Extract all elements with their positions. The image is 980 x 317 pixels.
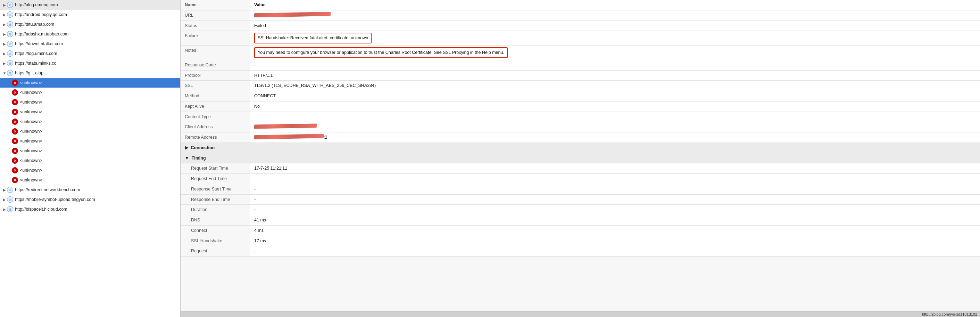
tree-item-label: http://adashx.m.taobao.com	[15, 32, 178, 37]
row-value: SSLHandshake: Received fatal alert: cert…	[250, 31, 980, 46]
tree-item[interactable]: ▼⊕https://g....alap...	[0, 68, 180, 78]
tree-item[interactable]: ✕<unknown>	[0, 117, 180, 126]
tree-item-label: <unknown>	[20, 119, 178, 124]
row-name: URL	[181, 10, 250, 21]
tree-item[interactable]: ✕<unknown>	[0, 78, 180, 88]
table-row: URL	[181, 10, 980, 21]
table-row: Request-	[181, 246, 980, 256]
tree-toggle[interactable]: ▶	[2, 208, 7, 211]
row-name: SSL Handshake	[181, 236, 250, 246]
tree-toggle[interactable]: ▶	[2, 198, 7, 202]
section-title: Timing	[192, 156, 206, 160]
row-value: CONNECT	[250, 91, 980, 101]
section-header[interactable]: ▶ Connection	[181, 142, 980, 153]
tree-item[interactable]: ✕<unknown>	[0, 88, 180, 97]
tree-toggle[interactable]: ▶	[2, 32, 7, 36]
remote-address-value: :2	[254, 135, 327, 140]
section-header-expanded[interactable]: ▼ Timing	[181, 153, 980, 163]
row-value: You may need to configure your browser o…	[250, 46, 980, 60]
tree-item[interactable]: ▶⊕http://ditu.amap.com	[0, 19, 180, 29]
tree-item-label: http://android.bugly.qq.com	[15, 12, 178, 17]
table-row: MethodCONNECT	[181, 91, 980, 101]
tree-toggle[interactable]: ▶	[2, 61, 7, 66]
tree-item[interactable]: ✕<unknown>	[0, 136, 180, 146]
table-row: Connect4 ms	[181, 225, 980, 236]
tree-item[interactable]: ▶⊕http://android.bugly.qq.com	[0, 10, 180, 19]
detail-tbody: URLStatusFailedFailureSSLHandshake: Rece…	[181, 10, 980, 256]
tree-item[interactable]: ▶⊕https://mobile-symbol-upload.tingyun.c…	[0, 195, 180, 204]
redacted-value	[254, 12, 331, 18]
table-row: Request End Time-	[181, 174, 980, 184]
col-header-name: Name	[181, 0, 250, 10]
section-title: Connection	[191, 145, 215, 150]
row-value: 17 ms	[250, 236, 980, 246]
tree-item[interactable]: ▶⊕http://alog.umeng.com	[0, 0, 180, 10]
tree-item[interactable]: ✕<unknown>	[0, 175, 180, 185]
error-icon: ✕	[12, 157, 18, 164]
tree-item[interactable]: ▶⊕http://adashx.m.taobao.com	[0, 29, 180, 39]
row-name: Response Code	[181, 60, 250, 70]
expand-arrow-down: ▼	[185, 156, 189, 160]
right-panel: Name Value URLStatusFailedFailureSSLHand…	[181, 0, 980, 317]
table-row: StatusFailed	[181, 21, 980, 31]
globe-icon: ⊕	[7, 41, 13, 47]
row-value: HTTP/1.1	[250, 70, 980, 81]
tree-item[interactable]: ▶⊕https://stats.mlinks.cc	[0, 58, 180, 68]
left-panel: ▶⊕http://alog.umeng.com▶⊕http://android.…	[0, 0, 181, 317]
row-value: No	[250, 101, 980, 112]
row-name: Request Start Time	[181, 163, 250, 174]
error-icon: ✕	[12, 99, 18, 105]
tree-item[interactable]: ▶⊕http://bispacelt.hicloud.com	[0, 204, 180, 214]
tree-toggle[interactable]: ▶	[2, 42, 7, 46]
table-row: Duration-	[181, 205, 980, 215]
globe-icon: ⊕	[7, 206, 13, 212]
tree-item[interactable]: ✕<unknown>	[0, 107, 180, 117]
row-name: Failure	[181, 31, 250, 46]
tree-item-label: <unknown>	[20, 149, 178, 153]
tree-item[interactable]: ✕<unknown>	[0, 156, 180, 165]
error-icon: ✕	[12, 118, 18, 125]
row-name: Remote Address	[181, 133, 250, 143]
tree-item-label: http://ditu.amap.com	[15, 22, 178, 27]
tree-item[interactable]: ✕<unknown>	[0, 126, 180, 136]
tree-toggle[interactable]: ▼	[2, 71, 7, 75]
tree-item-label: <unknown>	[20, 80, 178, 85]
tree-item-label: https://log.umsns.com	[15, 51, 178, 56]
table-row: Response End Time-	[181, 194, 980, 205]
error-icon: ✕	[12, 148, 18, 154]
table-row: SSLTLSv1.2 (TLS_ECDHE_RSA_WITH_AES_256_C…	[181, 81, 980, 91]
tree-item[interactable]: ▶⊕https://downt.ntalker.com	[0, 39, 180, 49]
tree-item-label: https://downt.ntalker.com	[15, 42, 178, 46]
tree-toggle[interactable]: ▶	[2, 52, 7, 56]
globe-icon: ⊕	[7, 2, 13, 8]
tree-item[interactable]: ✕<unknown>	[0, 146, 180, 156]
tree-item[interactable]: ▶⊕https://log.umsns.com	[0, 49, 180, 58]
row-value: -	[250, 194, 980, 205]
globe-icon: ⊕	[7, 50, 13, 57]
table-row: Request Start Time17-7-25 11:21:11	[181, 163, 980, 174]
tree-toggle[interactable]: ▶	[2, 188, 7, 192]
row-value	[250, 122, 980, 133]
row-name: Client Address	[181, 122, 250, 133]
tree-item-label: https://redirect.networkbench.com	[15, 187, 178, 192]
row-value: :2	[250, 133, 980, 143]
tree-item-label: https://stats.mlinks.cc	[15, 61, 178, 66]
tree-item-label: <unknown>	[20, 178, 178, 183]
globe-icon: ⊕	[7, 21, 13, 27]
row-name: Connect	[181, 225, 250, 236]
tree-container: ▶⊕http://alog.umeng.com▶⊕http://android.…	[0, 0, 180, 214]
tree-item[interactable]: ✕<unknown>	[0, 97, 180, 107]
tree-item[interactable]: ✕<unknown>	[0, 165, 180, 175]
row-name: Kept Alive	[181, 101, 250, 112]
tree-item-label: <unknown>	[20, 129, 178, 134]
row-value: 41 ms	[250, 215, 980, 226]
row-name: Content-Type	[181, 112, 250, 122]
tree-toggle[interactable]: ▶	[2, 3, 7, 7]
row-value: Failed	[250, 21, 980, 31]
tree-item[interactable]: ▶⊕https://redirect.networkbench.com	[0, 185, 180, 195]
table-row: NotesYou may need to configure your brow…	[181, 46, 980, 60]
tree-toggle[interactable]: ▶	[2, 22, 7, 26]
tree-toggle[interactable]: ▶	[2, 13, 7, 17]
expand-arrow: ▶	[185, 145, 188, 150]
error-icon: ✕	[12, 80, 18, 86]
